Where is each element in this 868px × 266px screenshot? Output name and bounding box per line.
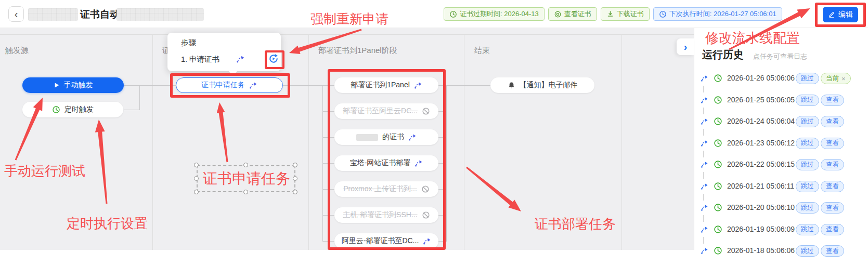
timeline-segment — [703, 86, 704, 92]
rerun-step-icon[interactable] — [268, 54, 279, 64]
resize-handle — [194, 163, 199, 167]
cert-apply-task-node[interactable]: 证书申请任务 — [176, 77, 283, 93]
view-run-button[interactable]: 查看 — [821, 159, 844, 170]
resize-handle — [243, 190, 248, 194]
skipped-status-icon — [701, 161, 708, 168]
redacted-block — [356, 134, 378, 141]
skipped-status-icon — [414, 159, 423, 167]
skipped-status-icon — [414, 81, 422, 89]
annotation-manual-run: 手动运行测试 — [4, 162, 85, 180]
notify-email-node[interactable]: 【通知】电子邮件 — [490, 77, 594, 93]
download-cert-badge[interactable]: 下载证书 — [601, 7, 650, 21]
bell-icon — [508, 82, 515, 89]
step-popup-step: 1. 申请证书 — [181, 55, 219, 64]
step-popup-title: 步骤 — [181, 38, 196, 48]
history-panel: › 运行历史 点任务可查看日志 2026-01-26 05:06:06跳过当前×… — [694, 28, 868, 266]
skipped-status-icon — [701, 182, 708, 190]
column-title-end: 结束 — [474, 46, 490, 56]
deploy-task-node[interactable]: 的证书 — [334, 129, 438, 145]
connector-line — [139, 85, 140, 110]
view-run-button[interactable]: 查看 — [821, 224, 844, 235]
timer-trigger-label: 定时触发 — [64, 105, 94, 114]
resize-handle — [243, 163, 248, 167]
run-timestamp: 2026-01-19 05:06:09 — [727, 225, 795, 233]
connector-line — [322, 163, 334, 164]
disabled-status-icon — [422, 107, 430, 115]
back-icon: ‹ — [15, 9, 18, 19]
history-row: 2026-01-19 05:06:09跳过查看 — [694, 223, 868, 236]
connector-line — [322, 241, 334, 242]
history-row: 2026-01-22 05:06:15跳过查看 — [694, 158, 868, 171]
history-row: 2026-01-21 05:06:11跳过查看 — [694, 180, 868, 193]
annotation-force-reapply: 强制重新申请 — [310, 10, 388, 28]
column-separator — [152, 34, 153, 250]
expire-time-badge: 证书过期时间: 2026-04-13 — [444, 7, 545, 21]
disabled-status-icon — [422, 211, 430, 219]
chevron-right-icon: › — [684, 41, 688, 53]
connector-line — [283, 85, 322, 86]
connector-line — [438, 85, 446, 86]
clock-icon — [52, 105, 60, 114]
clock-icon — [449, 10, 457, 18]
history-row: 2026-01-24 05:06:04跳过查看 — [694, 115, 868, 128]
current-label: 当前 — [826, 74, 839, 83]
back-button[interactable]: ‹ — [8, 6, 24, 22]
clock-icon — [714, 225, 722, 234]
history-row: 2026-01-20 05:06:10跳过查看 — [694, 202, 868, 214]
collapse-panel-button[interactable]: › — [677, 38, 694, 55]
view-run-button[interactable]: 查看 — [821, 116, 844, 127]
timer-trigger-node[interactable]: 定时触发 — [22, 102, 123, 117]
resize-handle — [293, 176, 297, 181]
view-run-button[interactable]: 查看 — [821, 138, 844, 149]
resize-handle — [293, 163, 297, 167]
connector-line — [322, 85, 334, 86]
deploy-task-node[interactable]: 部署证书至阿里云DC... — [334, 103, 438, 119]
manual-trigger-label: 手动触发 — [64, 81, 93, 90]
header-badges: 证书过期时间: 2026-04-13 查看证书 下载证书 下次执行时间: 202… — [444, 7, 782, 21]
deploy-task-node[interactable]: Proxmox-上传证书到... — [334, 181, 438, 197]
column-separator — [464, 34, 464, 250]
deploy-task-node[interactable]: 宝塔-网站证书部署 — [334, 155, 438, 171]
history-row: 2026-01-23 05:06:12跳过查看 — [694, 137, 868, 150]
skipped-status-icon — [701, 117, 708, 125]
connector-line — [124, 85, 176, 86]
clock-icon — [714, 74, 722, 83]
skip-status-badge: 跳过 — [796, 95, 819, 106]
timeline-segment — [703, 172, 704, 179]
annotation-edit-pipeline: 修改流水线配置 — [705, 29, 800, 47]
view-run-button[interactable]: 查看 — [821, 95, 844, 106]
skipped-status-icon — [701, 247, 708, 255]
view-cert-badge[interactable]: 查看证书 — [548, 7, 597, 21]
skip-status-badge: 跳过 — [796, 116, 819, 127]
close-icon[interactable]: × — [841, 75, 846, 83]
connector-line — [322, 137, 334, 138]
edit-pipeline-button[interactable]: 编辑 — [823, 7, 858, 22]
deploy-task-label: 部署证书到1Panel — [351, 81, 410, 90]
timeline-segment — [703, 108, 704, 114]
skip-status-badge: 跳过 — [796, 224, 819, 235]
badge-label: 下载证书 — [617, 9, 644, 19]
download-icon — [606, 10, 614, 18]
deploy-task-label: 部署证书至阿里云DC... — [343, 107, 418, 116]
clock-icon — [714, 182, 722, 191]
play-icon — [54, 82, 60, 88]
deploy-task-node[interactable]: 部署证书到1Panel — [334, 77, 438, 93]
run-timestamp: 2026-01-24 05:06:04 — [727, 117, 795, 125]
view-run-button[interactable]: 查看 — [821, 245, 844, 257]
connector-line — [438, 189, 446, 190]
skip-status-badge: 跳过 — [796, 159, 819, 170]
column-separator — [0, 34, 694, 35]
connector-line — [438, 111, 446, 112]
view-run-button[interactable]: 查看 — [821, 181, 844, 192]
skipped-status-icon[interactable] — [236, 55, 245, 63]
connector-line — [438, 215, 446, 216]
manual-trigger-node[interactable]: 手动触发 — [22, 77, 124, 93]
column-title-deploy: 部署证书到1Panel阶段 — [318, 46, 397, 56]
pencil-icon — [828, 11, 835, 18]
history-row: 2026-01-26 05:06:06跳过当前× — [694, 72, 868, 85]
view-run-button[interactable]: 查看 — [821, 202, 844, 214]
deploy-task-label: 的证书 — [382, 132, 404, 142]
deploy-task-node[interactable]: 阿里云-部署证书至DC... — [334, 233, 438, 249]
deploy-task-node[interactable]: 主机-部署证书到SSH... — [334, 207, 438, 223]
history-row: 2026-01-18 05:06:06跳过查看 — [694, 245, 868, 257]
